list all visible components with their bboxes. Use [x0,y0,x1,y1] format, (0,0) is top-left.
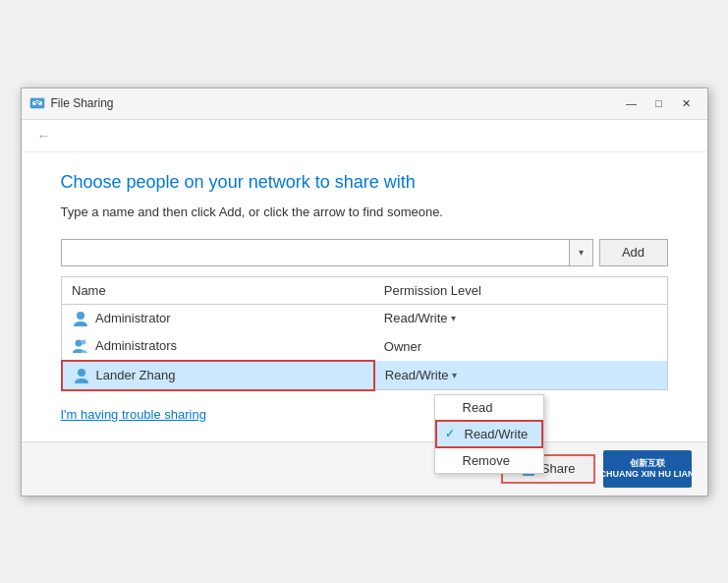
share-table-area: Name Permission Level [61,276,668,391]
perm-menu-read[interactable]: Read [435,395,544,420]
table-cell-name: Lander Zhang [62,361,374,390]
title-bar-controls: — □ ✕ [619,93,700,113]
table-row[interactable]: Administrators Owner [62,332,668,361]
svg-point-9 [78,369,85,377]
file-sharing-window: File Sharing — □ ✕ ← Choose people on yo… [21,87,708,496]
page-heading: Choose people on your network to share w… [61,172,668,193]
col-name-header: Name [62,276,374,304]
user-icon [72,310,89,327]
perm-arrow-icon: ▾ [451,313,456,323]
page-subtitle: Type a name and then click Add, or click… [61,204,668,219]
svg-point-7 [76,339,83,346]
table-cell-permission: Read/Write ▾ [374,361,667,390]
perm-arrow-icon: ▾ [452,370,457,380]
close-button[interactable]: ✕ [674,93,700,113]
name-input[interactable] [61,239,570,266]
permission-dropdown[interactable]: Read/Write ▾ [384,311,456,325]
table-cell-name: Administrator [62,304,374,332]
title-bar-left: File Sharing [29,95,619,111]
name-dropdown-arrow[interactable]: ▾ [570,239,593,266]
brand-logo: 创新互联 CHUANG XIN HU LIAN [603,450,692,488]
share-table: Name Permission Level [61,276,668,391]
title-bar-text: File Sharing [51,96,114,110]
svg-point-8 [82,339,86,344]
maximize-button[interactable]: □ [646,93,672,113]
perm-menu-readwrite[interactable]: ✓ Read/Write [435,420,544,448]
back-button[interactable]: ← [33,126,55,146]
title-bar: File Sharing — □ ✕ [22,88,707,120]
table-cell-permission: Owner [374,332,667,361]
permission-context-menu: Read ✓ Read/Write Remove [434,394,545,474]
add-row: ▾ Add [61,239,668,266]
table-row[interactable]: Administrator Read/Write ▾ [62,304,668,332]
window-icon [29,95,45,111]
user-icon [73,367,90,384]
col-permission-header: Permission Level [374,276,667,304]
table-cell-permission: Read/Write ▾ [374,304,667,332]
perm-menu-remove[interactable]: Remove [435,448,544,473]
svg-point-6 [77,312,84,320]
user-group-icon [72,337,89,355]
footer: Share 创新互联 CHUANG XIN HU LIAN [22,441,707,496]
trouble-link[interactable]: I'm having trouble sharing [61,407,206,422]
table-row-selected[interactable]: Lander Zhang Read/Write ▾ [62,361,668,390]
add-button[interactable]: Add [599,239,668,266]
minimize-button[interactable]: — [619,93,644,113]
check-icon: ✓ [445,427,455,440]
table-cell-name: Administrators [62,332,374,361]
content-area: Choose people on your network to share w… [22,152,707,441]
nav-bar: ← [22,120,707,152]
permission-dropdown-lander[interactable]: Read/Write ▾ [385,368,457,382]
